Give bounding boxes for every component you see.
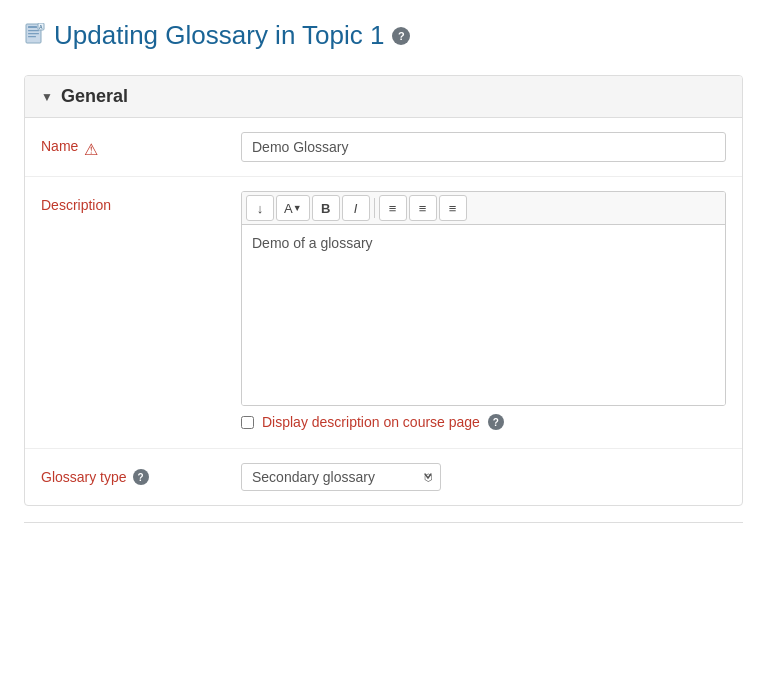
description-label-col: Description bbox=[41, 191, 241, 213]
name-required-icon: ⚠ bbox=[84, 140, 98, 159]
name-label: Name bbox=[41, 138, 78, 154]
section-header-general[interactable]: ▼ General bbox=[25, 76, 742, 118]
glossary-type-field-col: Main glossary Secondary glossary bbox=[241, 463, 726, 491]
svg-text:A: A bbox=[39, 24, 43, 30]
toolbar-italic-btn[interactable]: I bbox=[342, 195, 370, 221]
svg-rect-3 bbox=[28, 33, 39, 34]
toolbar-indent-btn[interactable]: ≡ bbox=[439, 195, 467, 221]
title-help-icon[interactable]: ? bbox=[392, 27, 410, 45]
glossary-type-select-wrapper: Main glossary Secondary glossary bbox=[241, 463, 441, 491]
checkbox-help-icon[interactable]: ? bbox=[488, 414, 504, 430]
svg-rect-4 bbox=[28, 36, 36, 37]
toolbar-separator-1 bbox=[374, 198, 375, 218]
editor-toolbar: ↓ A ▼ B I ≡ ≡ ≡ bbox=[242, 192, 725, 225]
name-input[interactable] bbox=[241, 132, 726, 162]
svg-rect-2 bbox=[28, 30, 39, 31]
general-section: ▼ General Name ⚠ Description bbox=[24, 75, 743, 506]
name-field-col bbox=[241, 132, 726, 162]
form-row-description: Description ↓ A ▼ B I ≡ bbox=[25, 177, 742, 449]
glossary-type-label: Glossary type bbox=[41, 469, 127, 485]
description-field-col: ↓ A ▼ B I ≡ ≡ ≡ bbox=[241, 191, 726, 434]
toolbar-ordered-list-btn[interactable]: ≡ bbox=[409, 195, 437, 221]
section-title-general: General bbox=[61, 86, 128, 107]
editor-content[interactable]: Demo of a glossary bbox=[242, 225, 725, 405]
page-title: Updating Glossary in Topic 1 bbox=[54, 20, 384, 51]
description-checkbox[interactable] bbox=[241, 416, 254, 429]
glossary-type-select[interactable]: Main glossary Secondary glossary bbox=[241, 463, 441, 491]
glossary-page-icon: A bbox=[24, 23, 46, 48]
description-checkbox-label[interactable]: Display description on course page bbox=[262, 414, 480, 430]
toolbar-font-btn[interactable]: A ▼ bbox=[276, 195, 310, 221]
form-row-glossary-type: Glossary type ? Main glossary Secondary … bbox=[25, 449, 742, 505]
name-label-col: Name ⚠ bbox=[41, 132, 241, 159]
toolbar-format-btn[interactable]: ↓ bbox=[246, 195, 274, 221]
glossary-type-label-col: Glossary type ? bbox=[41, 463, 241, 485]
toolbar-bold-btn[interactable]: B bbox=[312, 195, 340, 221]
svg-rect-1 bbox=[28, 26, 37, 28]
section-toggle-icon: ▼ bbox=[41, 90, 53, 104]
bottom-divider bbox=[24, 522, 743, 523]
editor-wrapper: ↓ A ▼ B I ≡ ≡ ≡ bbox=[241, 191, 726, 406]
page-title-row: A Updating Glossary in Topic 1 ? bbox=[24, 20, 743, 51]
glossary-type-help-icon[interactable]: ? bbox=[133, 469, 149, 485]
description-label: Description bbox=[41, 197, 111, 213]
section-body-general: Name ⚠ Description ↓ A bbox=[25, 118, 742, 505]
toolbar-list-btn[interactable]: ≡ bbox=[379, 195, 407, 221]
form-row-name: Name ⚠ bbox=[25, 118, 742, 177]
description-checkbox-row: Display description on course page ? bbox=[241, 406, 726, 434]
